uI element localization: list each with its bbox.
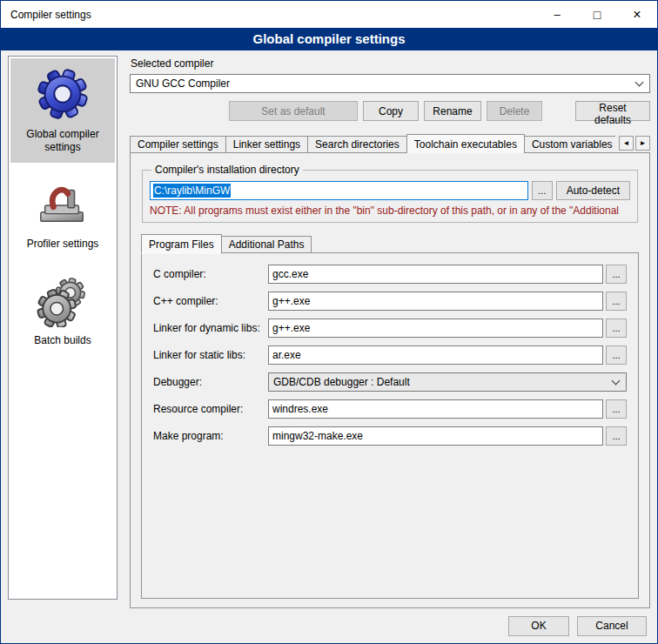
- rename-button[interactable]: Rename: [424, 101, 481, 121]
- batch-builds-icon: [36, 273, 90, 327]
- sidebar-item-batch-builds[interactable]: Batch builds: [10, 265, 115, 356]
- make-program-label: Make program:: [153, 430, 268, 442]
- chevron-down-icon: [635, 78, 644, 87]
- installation-directory-group: Compiler's installation directory C:\ray…: [142, 164, 638, 223]
- maximize-button[interactable]: □: [577, 1, 617, 28]
- auto-detect-button[interactable]: Auto-detect: [556, 181, 630, 200]
- resource-compiler-label: Resource compiler:: [153, 403, 268, 415]
- cancel-button[interactable]: Cancel: [577, 616, 647, 636]
- form-row-cpp-compiler: C++ compiler: ...: [153, 292, 627, 311]
- debugger-combobox[interactable]: GDB/CDB debugger : Default: [268, 372, 627, 392]
- tab-scroll-arrows: ◄ ►: [619, 136, 650, 151]
- debugger-label: Debugger:: [153, 376, 268, 388]
- tab-linker-settings[interactable]: Linker settings: [225, 136, 308, 153]
- installation-directory-input[interactable]: C:\raylib\MinGW: [150, 181, 528, 200]
- tab-scroll-left-button[interactable]: ◄: [619, 136, 634, 151]
- subtab-program-files[interactable]: Program Files: [141, 234, 222, 254]
- set-as-default-button: Set as default: [229, 101, 358, 121]
- c-compiler-input[interactable]: [268, 265, 603, 284]
- tab-custom-variables[interactable]: Custom variables: [524, 136, 615, 153]
- tab-toolchain-executables[interactable]: Toolchain executables: [406, 134, 525, 153]
- static-linker-input[interactable]: [268, 345, 603, 365]
- window-title: Compiler settings: [1, 9, 91, 21]
- dialog-header: Global compiler settings: [1, 28, 657, 50]
- resource-compiler-input[interactable]: [268, 399, 603, 419]
- browse-c-compiler-button[interactable]: ...: [606, 265, 627, 284]
- category-sidebar: Global compiler settings Profiler settin…: [8, 56, 118, 600]
- dialog-footer: OK Cancel: [1, 608, 657, 643]
- sidebar-item-label: Global compiler settings: [12, 128, 113, 154]
- form-row-resource-compiler: Resource compiler: ...: [153, 399, 627, 419]
- browse-directory-button[interactable]: ...: [532, 181, 553, 200]
- ok-button[interactable]: OK: [508, 616, 569, 636]
- compiler-settings-window: Compiler settings – □ × Global compiler …: [0, 0, 658, 644]
- directory-note: NOTE: All programs must exist either in …: [150, 205, 630, 217]
- debugger-value: GDB/CDB debugger : Default: [273, 376, 410, 388]
- delete-button: Delete: [487, 101, 542, 121]
- sidebar-item-label: Batch builds: [34, 334, 91, 347]
- sidebar-item-profiler-settings[interactable]: Profiler settings: [10, 168, 115, 259]
- profiler-icon: [36, 177, 90, 231]
- installation-directory-row: C:\raylib\MinGW ... Auto-detect: [150, 181, 630, 200]
- browse-resource-compiler-button[interactable]: ...: [606, 399, 627, 419]
- dynamic-linker-input[interactable]: [268, 319, 603, 338]
- close-button[interactable]: ×: [617, 1, 657, 28]
- selected-compiler-label: Selected compiler: [131, 57, 650, 70]
- make-program-input[interactable]: [268, 426, 603, 446]
- blue-gear-icon: [36, 67, 90, 121]
- form-row-make-program: Make program: ...: [153, 426, 627, 446]
- selected-compiler-combobox[interactable]: GNU GCC Compiler: [130, 74, 650, 93]
- browse-make-program-button[interactable]: ...: [606, 426, 627, 446]
- static-linker-label: Linker for static libs:: [153, 349, 268, 361]
- copy-button[interactable]: Copy: [363, 101, 419, 121]
- tabs-clip: Compiler settings Linker settings Search…: [130, 133, 615, 153]
- form-row-dynamic-linker: Linker for dynamic libs: ...: [153, 319, 627, 338]
- window-controls: – □ ×: [537, 1, 657, 28]
- sidebar-item-label: Profiler settings: [27, 238, 99, 251]
- tab-compiler-settings[interactable]: Compiler settings: [130, 136, 226, 153]
- compiler-actions: Set as default Copy Rename Delete Reset …: [130, 101, 650, 121]
- executables-subtabs: Program Files Additional Paths: [141, 233, 639, 253]
- chevron-down-icon: [612, 377, 621, 386]
- sidebar-item-global-compiler-settings[interactable]: Global compiler settings: [10, 58, 115, 163]
- cpp-compiler-input[interactable]: [268, 292, 603, 311]
- selected-compiler-value: GNU GCC Compiler: [136, 77, 230, 90]
- cpp-compiler-label: C++ compiler:: [153, 295, 268, 307]
- form-row-static-linker: Linker for static libs: ...: [153, 345, 627, 365]
- settings-tabstrip: Compiler settings Linker settings Search…: [130, 133, 650, 153]
- installation-directory-legend: Compiler's installation directory: [151, 164, 303, 176]
- program-files-panel: C compiler: ... C++ compiler: ... Linker…: [141, 252, 639, 599]
- titlebar: Compiler settings – □ ×: [1, 1, 657, 28]
- minimize-button[interactable]: –: [537, 1, 577, 28]
- c-compiler-label: C compiler:: [153, 268, 268, 280]
- tab-search-directories[interactable]: Search directories: [307, 136, 407, 153]
- form-row-c-compiler: C compiler: ...: [153, 265, 627, 284]
- browse-dynamic-linker-button[interactable]: ...: [606, 319, 627, 338]
- main-panel: Selected compiler GNU GCC Compiler Set a…: [130, 56, 650, 608]
- selected-path-text: C:\raylib\MinGW: [153, 184, 231, 198]
- dynamic-linker-label: Linker for dynamic libs:: [153, 322, 268, 334]
- tab-scroll-right-button[interactable]: ►: [635, 136, 650, 151]
- browse-static-linker-button[interactable]: ...: [606, 345, 627, 365]
- toolchain-executables-panel: Compiler's installation directory C:\ray…: [130, 152, 650, 608]
- form-row-debugger: Debugger: GDB/CDB debugger : Default: [153, 372, 627, 392]
- browse-cpp-compiler-button[interactable]: ...: [606, 292, 627, 311]
- dialog-content: Global compiler settings Profiler settin…: [1, 50, 657, 608]
- subtab-additional-paths[interactable]: Additional Paths: [221, 236, 312, 253]
- reset-defaults-button[interactable]: Reset defaults: [575, 101, 650, 121]
